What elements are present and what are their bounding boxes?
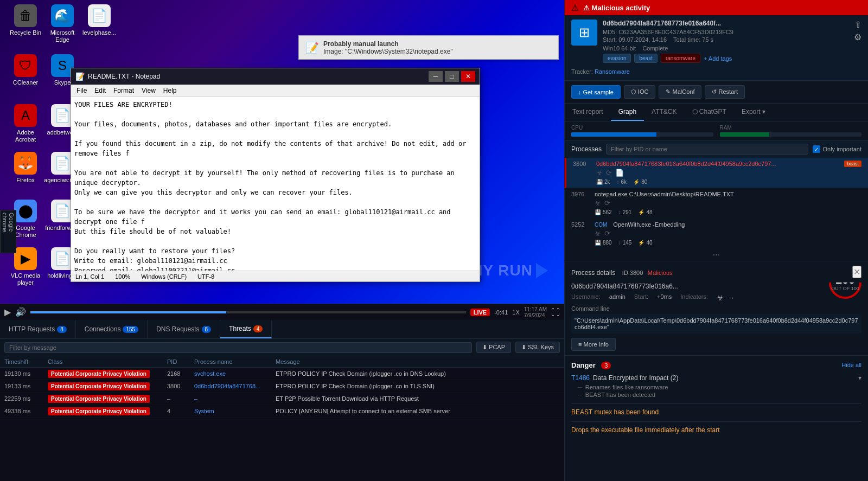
threat-row-2[interactable]: 22259 ms Potential Corporate Privacy Vio… bbox=[0, 393, 564, 405]
close-button[interactable]: ✕ bbox=[461, 71, 475, 82]
danger-separator-1 bbox=[571, 403, 861, 404]
process-row-3976[interactable]: 3976 notepad.exe C:\Users\admin\Desktop\… bbox=[565, 188, 868, 219]
proc-stat-net: ↕ 6k bbox=[617, 179, 627, 185]
time-current: -0:41 bbox=[494, 309, 508, 316]
proc-icon-script: 📄 bbox=[615, 169, 624, 177]
process-filter-input[interactable] bbox=[606, 144, 808, 155]
proc-details-title: Process details bbox=[571, 269, 615, 277]
report-tabs[interactable]: Text report Graph ATT&CK ⬡ ChatGPT Expor… bbox=[565, 104, 868, 121]
proc-icon-net: ↕ bbox=[617, 179, 620, 185]
menu-file[interactable]: File bbox=[73, 86, 90, 95]
desktop-icon-ccleaner[interactable]: 🛡 CCleaner bbox=[7, 54, 44, 86]
process-right-buttons: ⇧ ⚙ bbox=[854, 20, 861, 42]
menu-format[interactable]: Format bbox=[110, 86, 137, 95]
restart-button[interactable]: ↺ Restart bbox=[705, 85, 745, 99]
tab-graph[interactable]: Graph bbox=[611, 104, 644, 121]
threat-row-0[interactable]: 19130 ms Potential Corporate Privacy Vio… bbox=[0, 368, 564, 380]
process-meta: Start: 09.07.2024, 14:16 Total time: 75 … bbox=[603, 36, 848, 43]
settings-button[interactable]: ⚙ bbox=[854, 32, 861, 42]
ioc-button[interactable]: ⬡ IOC bbox=[624, 85, 656, 99]
notepad-menubar[interactable]: File Edit Format View Help bbox=[71, 85, 480, 97]
tab-connections[interactable]: Connections 155 bbox=[76, 320, 148, 338]
t1486-text: Data Encrypted for Impact (2) bbox=[593, 374, 678, 382]
threat-filter-input[interactable] bbox=[4, 342, 472, 353]
proc-details-close-button[interactable]: ✕ bbox=[852, 266, 861, 278]
proc-stat-48-val: 48 bbox=[646, 209, 652, 215]
process-start: Start: 09.07.2024, 14:16 bbox=[603, 36, 667, 43]
notepad-controls[interactable]: ─ □ ✕ bbox=[429, 71, 475, 82]
danger-title-group: Danger 3 bbox=[571, 360, 611, 370]
threat-timeshift-2: 22259 ms bbox=[4, 395, 48, 402]
tab-attck[interactable]: ATT&CK bbox=[644, 104, 684, 121]
tab-chatgpt[interactable]: ⬡ ChatGPT bbox=[685, 104, 734, 121]
notepad-content[interactable]: YOUR FILES ARE ENCRYPTED! Your files, do… bbox=[71, 97, 480, 271]
tracker-link[interactable]: Ransomware bbox=[595, 68, 630, 75]
get-sample-button[interactable]: ↓ Get sample bbox=[571, 85, 621, 99]
add-tag-button[interactable]: + Add tags bbox=[704, 55, 732, 62]
username-label: Username: bbox=[571, 293, 601, 302]
process-os: Win10 64 bit Complete bbox=[603, 45, 848, 52]
threat-class-1: Potential Corporate Privacy Violation bbox=[48, 383, 167, 389]
tab-text-report[interactable]: Text report bbox=[565, 104, 611, 121]
tracker-label: Tracker: bbox=[571, 68, 593, 75]
proc-stat-880-val: 880 bbox=[603, 240, 612, 246]
tag-ransomware[interactable]: ransomware bbox=[661, 54, 700, 63]
only-important-toggle[interactable]: ✓ Only important bbox=[813, 145, 861, 153]
proc-details-content: 100 OUT OF 100 0d6bdd7904fa8471768773fe0… bbox=[571, 283, 861, 351]
menu-view[interactable]: View bbox=[138, 86, 159, 95]
desktop-icon-levelphase[interactable]: 📄 levelphase... bbox=[80, 4, 118, 36]
tab-http[interactable]: HTTP Requests 8 bbox=[0, 320, 76, 338]
threat-message-2: ET P2P Possible Torrent Download via HTT… bbox=[276, 395, 560, 402]
threat-message-0: ETPRO POLICY IP Check Domain (iplogger .… bbox=[276, 370, 560, 377]
username-val: admin bbox=[609, 293, 626, 302]
desktop-icon-edge[interactable]: 🌊 Microsoft Edge bbox=[43, 4, 81, 43]
adobe-label: Adobe Acrobat bbox=[7, 129, 44, 143]
col-timeshift: Timeshift bbox=[4, 358, 48, 365]
threat-row-3[interactable]: 49338 ms Potential Corporate Privacy Vio… bbox=[0, 405, 564, 418]
proc-stat-291: ↕ 291 bbox=[618, 209, 632, 215]
t1486-link[interactable]: T1486 bbox=[571, 374, 590, 382]
fullscreen-button[interactable]: ⛶ bbox=[551, 307, 560, 317]
process-tags: evasion beast ransomware + Add tags bbox=[603, 54, 848, 63]
desktop-icon-firefox[interactable]: 🦊 Firefox bbox=[7, 152, 44, 184]
tab-export[interactable]: Export ▾ bbox=[734, 104, 773, 121]
volume-button[interactable]: 🔊 bbox=[15, 307, 26, 317]
tag-beast[interactable]: beast bbox=[634, 54, 657, 63]
only-important-checkbox[interactable]: ✓ bbox=[813, 145, 820, 153]
process-row-3800[interactable]: 3800 0d6bdd7904fa84717683fe016a640f0b8d2… bbox=[565, 158, 868, 188]
menu-help[interactable]: Help bbox=[160, 86, 180, 95]
tab-threats[interactable]: Threats 4 bbox=[220, 320, 272, 338]
proc-icons-5252: ☣ ⟳ bbox=[571, 229, 861, 238]
menu-edit[interactable]: Edit bbox=[91, 86, 109, 95]
play-button[interactable]: ▶ bbox=[4, 307, 11, 317]
hide-all-button[interactable]: Hide all bbox=[841, 362, 861, 368]
pcap-button[interactable]: ⬇ PCAP bbox=[476, 342, 511, 353]
proc-details-hash: 0d6bdd7904fa8471768773fe016a6... bbox=[571, 283, 861, 290]
com-badge: COM bbox=[595, 222, 607, 228]
indicators-icons: ☣ → bbox=[717, 293, 735, 302]
ram-fill bbox=[720, 132, 770, 137]
notepad-titlebar: 📝 README.TXT - Notepad ─ □ ✕ bbox=[71, 68, 480, 85]
ssl-keys-button[interactable]: ⬇ SSL Keys bbox=[515, 342, 560, 353]
process-row-5252[interactable]: 5252 COM OpenWith.exe -Embedding ☣ ⟳ 💾 8… bbox=[565, 219, 868, 249]
malconf-button[interactable]: ✎ MalConf bbox=[659, 85, 701, 99]
threat-class-2: Potential Corporate Privacy Violation bbox=[48, 395, 167, 402]
share-button[interactable]: ⇧ bbox=[854, 20, 861, 30]
ccleaner-label: CCleaner bbox=[13, 79, 38, 86]
threat-row-1[interactable]: 19133 ms Potential Corporate Privacy Vio… bbox=[0, 380, 564, 393]
proc-stats-5252: 💾 880 ↕ 145 ⚡ 40 bbox=[571, 240, 861, 246]
progress-bar[interactable] bbox=[30, 311, 466, 313]
minimize-button[interactable]: ─ bbox=[429, 71, 443, 82]
more-info-label: ≡ More Info bbox=[578, 341, 609, 348]
threat-process-3: System bbox=[194, 408, 276, 414]
tag-evasion[interactable]: evasion bbox=[603, 54, 631, 63]
tab-dns[interactable]: DNS Requests 8 bbox=[148, 320, 220, 338]
more-info-button[interactable]: ≡ More Info bbox=[571, 338, 616, 351]
proc-details-title-group: Process details ID 3800 Malicious bbox=[571, 267, 673, 277]
maximize-button[interactable]: □ bbox=[445, 71, 459, 82]
desktop-icon-adobe[interactable]: A Adobe Acrobat bbox=[7, 104, 44, 143]
process-status: Complete bbox=[642, 45, 668, 52]
desktop-icon-recycle-bin[interactable]: 🗑 Recycle Bin bbox=[7, 4, 44, 36]
proc-icons-3976: ☣ ⟳ bbox=[571, 199, 861, 207]
threats-tabs[interactable]: HTTP Requests 8 Connections 155 DNS Requ… bbox=[0, 320, 564, 339]
